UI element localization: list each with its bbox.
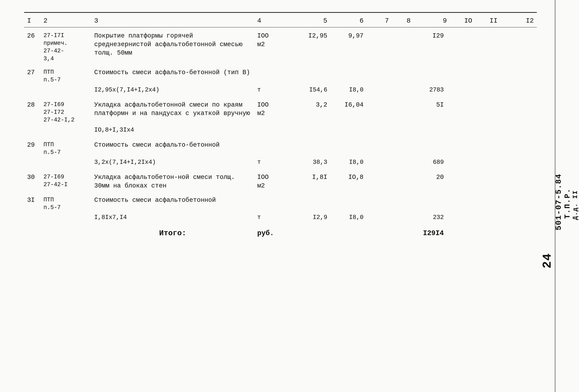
header-col2: 2 <box>41 14 91 27</box>
row-col10 <box>450 64 475 85</box>
row-col7 <box>366 169 392 192</box>
header-col9: 9 <box>414 14 450 27</box>
itogo-col10 <box>450 224 475 240</box>
row-desc: Покрытие платформы горячей среднезернист… <box>91 27 254 64</box>
row-num: 29 <box>24 136 41 158</box>
row-col10 <box>450 136 475 158</box>
row-formula: 3,2x(7,I4+I,2Ix4) <box>91 158 254 169</box>
header-col1: I <box>24 14 41 27</box>
row-col12 <box>501 96 537 125</box>
row-col5: I54,6 <box>290 85 330 96</box>
header-col11: II <box>475 14 501 27</box>
row-col12 <box>501 27 537 64</box>
row-code: 27-I7I примеч. 27-42- 3,4 <box>41 27 91 64</box>
row-col5 <box>290 192 330 213</box>
header-col8: 8 <box>392 14 414 27</box>
row-col10 <box>450 158 475 169</box>
row-formula: I2,95x(7,I4+I,2x4) <box>91 85 254 96</box>
row-col10 <box>450 213 475 224</box>
row-col7 <box>366 158 392 169</box>
header-row: I 2 3 4 5 6 7 8 9 IO II I2 <box>24 14 537 27</box>
itogo-col5 <box>290 224 330 240</box>
row-col5 <box>290 64 330 85</box>
row-col6 <box>330 136 366 158</box>
row-col9 <box>414 136 450 158</box>
row-col5 <box>290 136 330 158</box>
itogo-col6 <box>330 224 366 240</box>
row-unit <box>254 192 290 213</box>
row-col8 <box>392 192 414 213</box>
row-col11 <box>475 64 501 85</box>
row-unit: т <box>254 158 290 169</box>
row-col8 <box>392 213 414 224</box>
row-unit <box>254 64 290 85</box>
row-col12 <box>501 169 537 192</box>
row-col8 <box>392 169 414 192</box>
row-col12 <box>501 136 537 158</box>
row-col8 <box>392 85 414 96</box>
row-rest <box>254 125 537 136</box>
row-col12 <box>501 64 537 85</box>
row-col10 <box>450 169 475 192</box>
side-doc-number: 501-07-5.84 <box>554 174 563 230</box>
itogo-col8 <box>392 224 414 240</box>
header-col4: 4 <box>254 14 290 27</box>
row-desc: Укладка асфальтобетон-ной смеси толщ. 30… <box>91 169 254 192</box>
row-col12 <box>501 158 537 169</box>
row-col9: 2783 <box>414 85 450 96</box>
row-code-empty <box>41 213 91 224</box>
header-col7: 7 <box>366 14 392 27</box>
row-col7 <box>366 27 392 64</box>
itogo-label: Итого: <box>91 224 254 240</box>
row-formula: I,8Ix7,I4 <box>91 213 254 224</box>
row-col10 <box>450 85 475 96</box>
row-col6 <box>330 64 366 85</box>
row-desc: Укладка асфальтобетонной смеси по краям … <box>91 96 254 125</box>
row-col11 <box>475 213 501 224</box>
row-code-empty <box>41 158 91 169</box>
page: I 2 3 4 5 6 7 8 9 IO II I2 26 <box>0 0 579 392</box>
row-col12 <box>501 213 537 224</box>
row-code-empty <box>41 85 91 96</box>
row-num: 3I <box>24 192 41 213</box>
row-desc: Стоимость смеси асфальтобетонной <box>91 192 254 213</box>
row-code: ПТП п.5-7 <box>41 136 91 158</box>
table-row-formula: I2,95x(7,I4+I,2x4) т I54,6 I8,0 2783 <box>24 85 537 96</box>
row-col11 <box>475 169 501 192</box>
table-row: 29 ПТП п.5-7 Стоимость смеси асфальто-бе… <box>24 136 537 158</box>
row-col7 <box>366 192 392 213</box>
row-col6: IO,8 <box>330 169 366 192</box>
row-col6: 9,97 <box>330 27 366 64</box>
row-col6 <box>330 192 366 213</box>
itogo-value: I29I4 <box>414 224 450 240</box>
document-table: I 2 3 4 5 6 7 8 9 IO II I2 26 <box>24 12 537 240</box>
row-col6: I8,0 <box>330 213 366 224</box>
row-col11 <box>475 158 501 169</box>
row-col8 <box>392 158 414 169</box>
table-row-formula: IO,8+I,3Ix4 <box>24 125 537 136</box>
row-code: 27-I69 27-42-I <box>41 169 91 192</box>
row-num: 28 <box>24 96 41 125</box>
itogo-code-empty <box>41 224 91 240</box>
row-col9: 5I <box>414 96 450 125</box>
row-code: 27-I69 27-I72 27-42-I,2 <box>41 96 91 125</box>
top-border-row <box>24 12 537 14</box>
row-unit: т <box>254 213 290 224</box>
row-col5: I2,9 <box>290 213 330 224</box>
row-col11 <box>475 192 501 213</box>
row-col5: I,8I <box>290 169 330 192</box>
row-col10 <box>450 27 475 64</box>
row-col12 <box>501 85 537 96</box>
row-num-empty <box>24 158 41 169</box>
row-col11 <box>475 85 501 96</box>
header-col6: 6 <box>330 14 366 27</box>
table-row: 3I ПТП п.5-7 Стоимость смеси асфальтобет… <box>24 192 537 213</box>
row-col5: 3,2 <box>290 96 330 125</box>
row-code: ПТП п.5-7 <box>41 64 91 85</box>
row-col7 <box>366 85 392 96</box>
header-col5: 5 <box>290 14 330 27</box>
itogo-row: Итого: руб. I29I4 <box>24 224 537 240</box>
row-col9: 20 <box>414 169 450 192</box>
row-formula: IO,8+I,3Ix4 <box>91 125 254 136</box>
main-content: I 2 3 4 5 6 7 8 9 IO II I2 26 <box>0 0 555 392</box>
